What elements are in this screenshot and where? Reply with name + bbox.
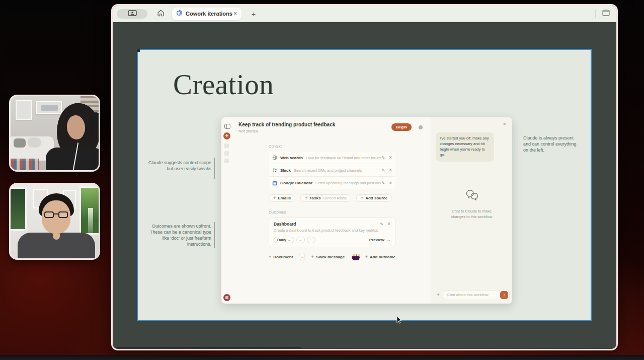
- add-outcome-button[interactable]: + Add outcome: [365, 255, 395, 259]
- source-description: Look for feedback on Reddit and other fo…: [306, 156, 382, 160]
- outcomes-section-label: Outcomes: [269, 210, 395, 214]
- horizontal-scrollbar[interactable]: [116, 347, 301, 348]
- source-name: Slack: [280, 168, 291, 173]
- edit-icon[interactable]: ✎: [380, 222, 383, 227]
- attach-button[interactable]: +: [434, 292, 443, 298]
- mockup-sidebar: +: [221, 117, 233, 304]
- rug: [11, 159, 39, 172]
- selection-handle[interactable]: [137, 49, 140, 52]
- workflow-title: Keep track of trending product feedback: [238, 122, 335, 127]
- source-description: Search recent DMs and project channels: [294, 168, 362, 173]
- annotation-rule: [518, 133, 518, 155]
- document-icon: [300, 253, 306, 260]
- plus-icon: +: [365, 255, 368, 259]
- pillow: [14, 138, 26, 148]
- outcome-option-dash-icon[interactable]: –: [296, 237, 305, 243]
- plus-icon: +: [273, 196, 276, 200]
- arrow-right-icon: →: [386, 238, 390, 242]
- annotation-claude: Claude is always present and can control…: [523, 135, 582, 153]
- slack-message-icon: [352, 254, 359, 260]
- chat-empty-state: Chat to Claude to make changes to this w…: [447, 209, 497, 220]
- google-calendar-icon: [272, 179, 277, 188]
- globe-icon: [272, 153, 277, 162]
- context-row-google-calendar[interactable]: Google Calendar Fetch upcoming meetings …: [269, 177, 395, 189]
- participant-video-bottom[interactable]: [9, 183, 100, 260]
- avatar[interactable]: [223, 294, 230, 301]
- tab-title: Cowork iterations: [186, 11, 232, 17]
- source-description: Fetch upcoming meetings and past week: [315, 181, 381, 185]
- add-tasks-button[interactable]: + Tasks Connect Asana: [300, 194, 351, 202]
- remove-icon[interactable]: ×: [389, 168, 392, 173]
- chat-input-placeholder: Chat about this workflow: [447, 293, 500, 297]
- remove-icon[interactable]: ×: [389, 155, 392, 160]
- source-name: Google Calendar: [280, 181, 312, 185]
- slide[interactable]: Creation Claude suggests context scope b…: [137, 49, 592, 321]
- window-icon: [602, 9, 610, 18]
- sidebar-item-placeholder[interactable]: [224, 151, 229, 156]
- mouse-cursor-icon: [395, 316, 403, 324]
- begin-button[interactable]: Begin: [391, 123, 412, 131]
- outcome-description: Create a dashboard to track product feed…: [274, 228, 390, 233]
- new-workflow-button[interactable]: +: [223, 132, 230, 139]
- home-button[interactable]: [155, 9, 166, 19]
- tab-close-icon[interactable]: ×: [232, 11, 238, 17]
- tab-cowork-iterations[interactable]: Cowork iterations ×: [172, 8, 242, 20]
- plus-icon: +: [361, 196, 363, 200]
- plus-icon: +: [305, 196, 307, 200]
- wall-frame: [16, 100, 32, 120]
- outcome-card-dashboard[interactable]: Dashboard ✎ × Create a dashboard to trac…: [269, 218, 395, 247]
- edit-icon[interactable]: ✎: [381, 181, 385, 185]
- new-tab-button[interactable]: +: [249, 10, 259, 18]
- slack-icon: [272, 166, 277, 175]
- context-section-label: Context: [269, 144, 395, 149]
- chat-bubbles-icon: [464, 195, 479, 203]
- wall-picture-right: [79, 186, 100, 235]
- glasses: [44, 211, 68, 219]
- assistant-message: I've started you off, make any changes n…: [436, 132, 494, 162]
- close-icon[interactable]: ×: [503, 121, 506, 127]
- plus-icon: +: [311, 255, 314, 259]
- sidebar-item-placeholder[interactable]: [224, 143, 229, 148]
- text-caret: [446, 293, 446, 298]
- edit-icon[interactable]: ✎: [381, 156, 385, 160]
- workflow-mockup: + Keep track of trending product feedbac…: [221, 117, 512, 304]
- sidebar-item-placeholder[interactable]: [224, 159, 229, 163]
- settings-icon[interactable]: [419, 125, 423, 129]
- canvas[interactable]: Creation Claude suggests context scope b…: [113, 22, 616, 350]
- add-source-button[interactable]: + Add source: [356, 194, 392, 202]
- outcome-title: Dashboard: [274, 222, 380, 227]
- plus-icon: +: [269, 255, 271, 259]
- annotation-context: Claude suggests context scope but user e…: [148, 160, 211, 172]
- add-document-button[interactable]: + Document: [269, 255, 293, 259]
- claude-chat-panel: × I've started you off, make any changes…: [431, 117, 512, 304]
- annotation-outcomes: Outcomes are shown upfront. These can be…: [142, 223, 211, 248]
- chevron-down-icon: ⌄: [288, 239, 291, 241]
- screen-share-button[interactable]: [117, 9, 147, 19]
- tabbar-divider: [595, 10, 596, 18]
- workflow-main: Keep track of trending product feedback …: [233, 117, 431, 304]
- outcome-option-list-icon[interactable]: ☰: [307, 237, 315, 243]
- preview-button[interactable]: Preview →: [369, 238, 390, 242]
- workflow-status: Not started: [238, 129, 258, 133]
- frequency-dropdown[interactable]: Daily ⌄: [274, 237, 294, 243]
- context-row-web-search[interactable]: Web search Look for feedback on Reddit a…: [269, 152, 395, 164]
- edit-icon[interactable]: ✎: [381, 168, 385, 173]
- screen-share-icon: [128, 9, 137, 18]
- participant-video-top[interactable]: [9, 95, 100, 172]
- panel-toggle-icon[interactable]: [224, 122, 230, 131]
- connect-asana-hint: Connect Asana: [323, 196, 346, 200]
- source-name: Web search: [280, 156, 303, 160]
- add-emails-button[interactable]: + Emails: [269, 194, 295, 202]
- send-button[interactable]: ↑: [500, 291, 508, 299]
- home-icon: [157, 9, 165, 19]
- annotation-rule: [214, 158, 215, 179]
- window-list-button[interactable]: [602, 9, 610, 18]
- add-slack-message-button[interactable]: + Slack message: [311, 255, 345, 259]
- remove-icon[interactable]: ×: [389, 181, 392, 186]
- context-row-slack[interactable]: Slack Search recent DMs and project chan…: [269, 164, 395, 177]
- context-rows: Web search Look for feedback on Reddit a…: [269, 152, 395, 189]
- chat-input[interactable]: Chat about this workflow ↑: [443, 290, 510, 300]
- slide-heading: Creation: [173, 68, 274, 101]
- remove-icon[interactable]: ×: [387, 222, 390, 227]
- annotation-rule: [214, 222, 215, 248]
